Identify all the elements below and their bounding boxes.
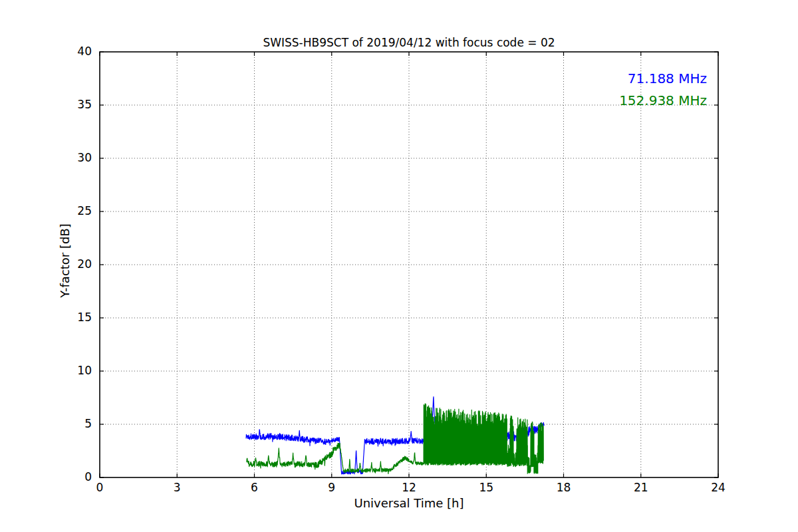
y-tick-label: 15 [39, 311, 92, 324]
figure: SWISS-HB9SCT of 2019/04/12 with focus co… [0, 0, 798, 532]
x-tick-label: 24 [692, 481, 745, 494]
x-tick-label: 6 [228, 481, 281, 494]
y-tick-label: 25 [39, 204, 92, 217]
y-tick-label: 20 [39, 257, 92, 271]
x-tick-label: 3 [150, 481, 203, 494]
y-tick-label: 5 [39, 417, 92, 430]
x-tick-label: 9 [305, 481, 358, 494]
x-tick-label: 12 [382, 481, 436, 494]
y-tick-label: 10 [39, 364, 92, 377]
legend: 71.188 MHz 152.938 MHz [619, 68, 707, 112]
x-axis-label: Universal Time [h] [100, 496, 718, 510]
x-tick-label: 21 [614, 481, 668, 494]
x-tick-label: 18 [537, 481, 591, 494]
y-tick-label: 30 [39, 151, 92, 164]
y-tick-label: 35 [39, 98, 92, 111]
y-tick-label: 40 [39, 45, 92, 58]
legend-entry-71mhz: 71.188 MHz [619, 68, 707, 90]
chart-title: SWISS-HB9SCT of 2019/04/12 with focus co… [100, 36, 718, 49]
y-tick-label: 0 [39, 470, 92, 483]
legend-entry-152mhz: 152.938 MHz [619, 90, 707, 112]
x-tick-label: 15 [460, 481, 513, 494]
